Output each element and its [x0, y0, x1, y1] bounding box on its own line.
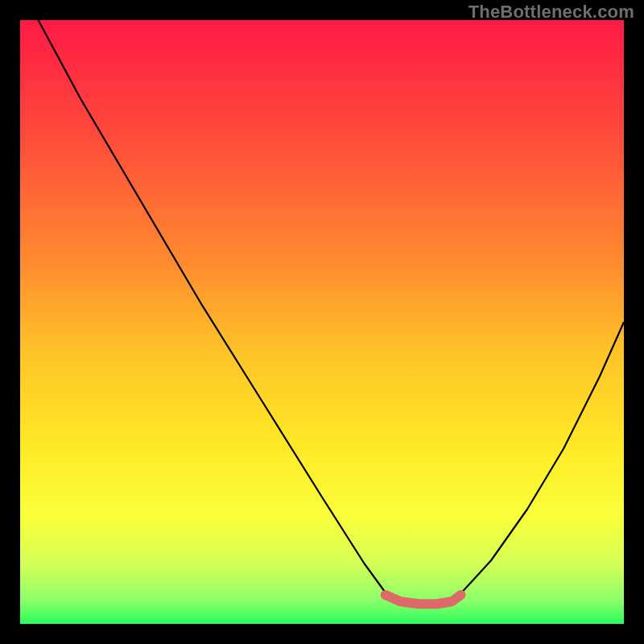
- chart-svg: [20, 20, 624, 624]
- gradient-background: [20, 20, 624, 624]
- chart-frame: TheBottleneck.com: [0, 0, 644, 644]
- plot-canvas: [20, 20, 624, 624]
